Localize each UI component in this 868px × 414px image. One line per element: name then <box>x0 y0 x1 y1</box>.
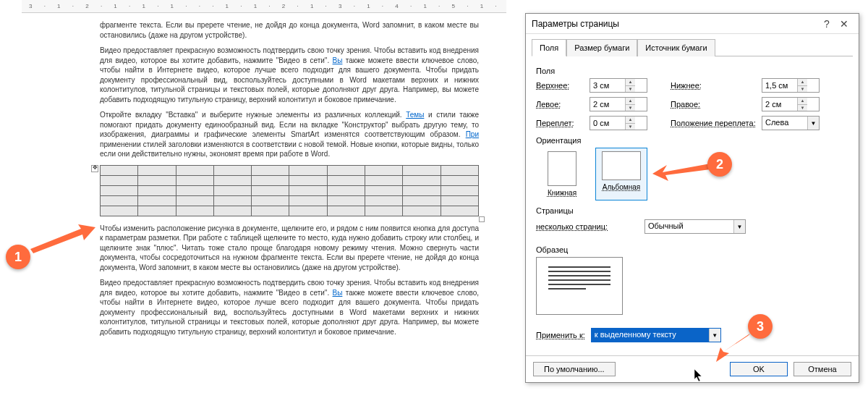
paragraph[interactable]: Видео предоставляет прекрасную возможнос… <box>100 278 479 337</box>
apply-to-label: Применить к: <box>536 331 585 339</box>
tab-margins[interactable]: Поля <box>532 39 566 56</box>
spin-down-icon[interactable]: ▼ <box>626 105 635 111</box>
spin-down-icon[interactable]: ▼ <box>626 124 635 130</box>
help-button[interactable]: ? <box>818 15 835 33</box>
orientation-section-label: Ориентация <box>536 136 848 145</box>
cancel-button[interactable]: Отмена <box>793 362 851 376</box>
document-page[interactable]: фрагменте текста. Если вы пререте чтение… <box>87 14 492 348</box>
paragraph[interactable]: Откройте вкладку "Вставка" и выберите ну… <box>100 110 479 159</box>
tab-paper-size[interactable]: Размер бумаги <box>566 39 637 56</box>
annotation-arrow-3 <box>716 333 754 362</box>
table-resize-handle[interactable] <box>479 216 485 222</box>
multiple-pages-combo[interactable]: Обычный▼ <box>644 219 746 234</box>
spin-up-icon[interactable]: ▲ <box>626 79 635 86</box>
annotation-arrow-2 <box>652 161 710 181</box>
tab-paper-source[interactable]: Источник бумаги <box>637 39 715 56</box>
close-button[interactable]: ✕ <box>835 15 853 33</box>
preview-thumbnail <box>536 257 623 315</box>
preview-section-label: Образец <box>536 245 848 254</box>
spin-down-icon[interactable]: ▼ <box>626 86 635 93</box>
gutter-input[interactable]: ▲▼ <box>590 116 647 130</box>
left-margin-label: Левое: <box>536 100 585 109</box>
dialog-tabs: Поля Размер бумаги Источник бумаги <box>526 34 859 56</box>
annotation-callout-1: 1 <box>6 245 30 269</box>
horizontal-ruler[interactable]: 3 · 1 · 2 · 1 · 1 · 1 · · · 1 · 1 · 2 · … <box>22 0 506 13</box>
default-button[interactable]: По умолчанию... <box>533 362 616 376</box>
document-table[interactable] <box>100 165 479 216</box>
apply-to-combo[interactable]: к выделенному тексту▼ <box>591 328 721 342</box>
table-container: ✥ <box>100 165 479 216</box>
dialog-button-row: По умолчанию... OK Отмена <box>526 355 859 382</box>
chevron-down-icon[interactable]: ▼ <box>807 117 819 130</box>
table-row <box>101 206 479 216</box>
orientation-landscape[interactable]: Альбомная <box>595 148 647 200</box>
hyperlink[interactable]: Вы <box>333 289 343 297</box>
gutter-position-combo[interactable]: Слева▼ <box>762 116 820 130</box>
spin-down-icon[interactable]: ▼ <box>798 86 807 93</box>
dialog-title: Параметры страницы <box>532 19 818 29</box>
orientation-portrait[interactable]: Книжная <box>536 148 588 200</box>
bottom-margin-input[interactable]: ▲▼ <box>762 78 820 93</box>
table-row <box>101 195 479 206</box>
gutter-position-label: Положение переплета: <box>671 119 757 127</box>
annotation-callout-2: 2 <box>707 152 732 177</box>
left-margin-input[interactable]: ▲▼ <box>590 97 647 111</box>
hyperlink[interactable]: Темы <box>406 111 424 119</box>
table-row <box>101 165 479 175</box>
spin-down-icon[interactable]: ▼ <box>798 105 807 111</box>
spin-up-icon[interactable]: ▲ <box>798 98 807 105</box>
portrait-icon <box>548 151 576 186</box>
chevron-down-icon[interactable]: ▼ <box>733 220 745 233</box>
spin-up-icon[interactable]: ▲ <box>626 117 635 124</box>
spin-up-icon[interactable]: ▲ <box>798 79 807 86</box>
annotation-arrow-1 <box>30 224 95 253</box>
hyperlink[interactable]: Вы <box>333 56 343 64</box>
dialog-titlebar[interactable]: Параметры страницы ? ✕ <box>526 14 859 34</box>
top-margin-label: Верхнее: <box>536 81 585 90</box>
landscape-icon <box>602 151 641 180</box>
right-margin-label: Правое: <box>671 100 757 109</box>
right-margin-input[interactable]: ▲▼ <box>762 97 820 111</box>
table-row <box>101 175 479 185</box>
paragraph[interactable]: Видео предоставляет прекрасную возможнос… <box>100 46 479 104</box>
bottom-margin-label: Нижнее: <box>671 81 757 90</box>
hyperlink[interactable]: При <box>466 130 479 138</box>
tab-panel-margins: Поля Верхнее: ▲▼ Нижнее: ▲▼ Левое: ▲▼ Пр… <box>526 56 859 355</box>
ok-button[interactable]: OK <box>730 362 788 376</box>
margins-section-label: Поля <box>536 67 848 75</box>
document-area: 3 · 1 · 2 · 1 · 1 · 1 · · · 1 · 1 · 2 · … <box>0 0 506 414</box>
gutter-label: Переплет: <box>536 119 585 127</box>
paragraph[interactable]: фрагменте текста. Если вы пререте чтение… <box>100 20 479 40</box>
page-setup-dialog: Параметры страницы ? ✕ Поля Размер бумаг… <box>525 13 859 383</box>
table-row <box>101 185 479 195</box>
top-margin-input[interactable]: ▲▼ <box>590 78 647 93</box>
pages-section-label: Страницы <box>536 206 848 215</box>
annotation-callout-3: 3 <box>748 314 773 339</box>
paragraph[interactable]: Чтобы изменить расположение рисунка в до… <box>100 224 479 273</box>
spin-up-icon[interactable]: ▲ <box>626 98 635 105</box>
cursor-icon <box>694 369 705 382</box>
multiple-pages-label: несколько страниц: <box>536 222 637 231</box>
table-move-handle[interactable]: ✥ <box>91 165 98 172</box>
